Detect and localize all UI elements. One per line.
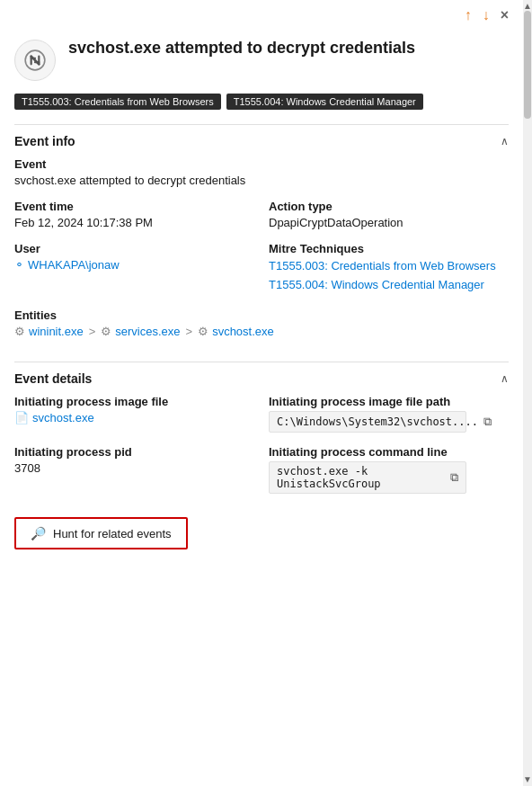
file-path-row: Initiating process image file 📄 svchost.… [14,395,509,433]
event-info-body: Event svchost.exe attempted to decrypt c… [14,157,509,362]
close-button[interactable]: × [501,7,509,23]
entities-field: Entities ⚙ wininit.exe > ⚙ services.exe … [14,308,509,338]
mitre-link-0[interactable]: T1555.003: Credentials from Web Browsers [269,258,509,274]
top-navigation: ↑ ↓ × [0,0,523,27]
event-info-title: Event info [14,134,75,148]
init-file-col: Initiating process image file 📄 svchost.… [14,395,254,433]
copy-cmd-icon[interactable]: ⧉ [450,470,458,485]
entity-svchost-label: svchost.exe [212,325,274,338]
init-path-col: Initiating process image file path C:\Wi… [269,395,509,433]
event-field: Event svchost.exe attempted to decrypt c… [14,157,509,187]
init-cmd-box: svchost.exe -k UnistackSvcGroup ⧉ [269,461,466,494]
hunt-button-label: Hunt for related events [53,527,172,540]
init-pid-value: 3708 [14,461,254,475]
entity-wininit-label: wininit.exe [29,325,84,338]
copy-path-icon[interactable]: ⧉ [483,415,492,429]
scrollbar[interactable]: ▲ ▼ [523,0,532,786]
tag-0: T1555.003: Credentials from Web Browsers [14,94,221,110]
init-cmd-col: Initiating process command line svchost.… [269,445,509,494]
init-pid-label: Initiating process pid [14,445,254,459]
alert-header: svchost.exe attempted to decrypt credent… [14,38,509,81]
entity-wininit[interactable]: ⚙ wininit.exe [14,325,84,338]
entity-services[interactable]: ⚙ services.exe [101,325,180,338]
event-details-title: Event details [14,371,92,386]
entities-label: Entities [14,308,509,322]
pid-cmd-row: Initiating process pid 3708 Initiating p… [14,445,509,494]
event-details-body: Initiating process image file 📄 svchost.… [14,395,509,560]
user-label: User [14,242,254,255]
init-file-link[interactable]: 📄 svchost.exe [14,411,254,424]
scroll-down-arrow[interactable]: ▼ [523,773,532,786]
event-time-value: Feb 12, 2024 10:17:38 PM [14,216,254,229]
event-details-toggle[interactable]: Event details ∧ [14,362,509,395]
init-path-label: Initiating process image file path [269,395,509,408]
event-value: svchost.exe attempted to decrypt credent… [14,174,509,187]
user-link[interactable]: ⚬ WHAKAPA\jonaw [14,258,254,272]
event-label: Event [14,157,509,171]
user-col: User ⚬ WHAKAPA\jonaw [14,242,254,296]
event-info-chevron: ∧ [501,135,509,147]
event-info-toggle[interactable]: Event info ∧ [14,125,509,157]
entity-gear-icon-2: ⚙ [198,325,208,338]
event-time-col: Event time Feb 12, 2024 10:17:38 PM [14,200,254,229]
mitre-link-1[interactable]: T1555.004: Windows Credential Manager [269,277,509,293]
event-details-section: Event details ∧ Initiating process image… [14,362,509,560]
file-doc-icon: 📄 [14,411,29,424]
main-panel: svchost.exe attempted to decrypt credent… [0,27,523,575]
init-path-box: C:\Windows\System32\svchost.... ⧉ [269,411,466,433]
tag-1: T1555.004: Windows Credential Manager [226,94,423,110]
event-details-chevron: ∧ [501,372,509,385]
user-value: WHAKAPA\jonaw [28,258,120,272]
hunt-related-events-button[interactable]: 🔎 Hunt for related events [14,517,188,549]
action-type-col: Action type DpapiCryptDataOperation [269,200,509,229]
init-path-value: C:\Windows\System32\svchost.... [277,415,478,428]
entity-sep-0: > [89,325,96,338]
entities-row: ⚙ wininit.exe > ⚙ services.exe > ⚙ svcho… [14,325,509,338]
action-type-value: DpapiCryptDataOperation [269,216,509,229]
hunt-icon: 🔎 [31,526,46,540]
user-mitre-row: User ⚬ WHAKAPA\jonaw Mitre Techniques T1… [14,242,509,296]
event-info-section: Event info ∧ Event svchost.exe attempted… [14,124,509,362]
mitre-tags: T1555.003: Credentials from Web Browsers… [14,94,509,110]
init-cmd-value: svchost.exe -k UnistackSvcGroup [277,465,445,490]
alert-title: svchost.exe attempted to decrypt credent… [68,38,415,58]
entity-svchost[interactable]: ⚙ svchost.exe [198,325,274,338]
scrollbar-thumb[interactable] [524,11,531,119]
init-file-value: svchost.exe [32,411,94,424]
alert-icon [14,40,56,81]
user-icon: ⚬ [14,258,24,272]
event-time-label: Event time [14,200,254,213]
mitre-col: Mitre Techniques T1555.003: Credentials … [269,242,509,296]
event-time-action-row: Event time Feb 12, 2024 10:17:38 PM Acti… [14,200,509,229]
navigate-up-button[interactable]: ↑ [465,7,472,23]
navigate-down-button[interactable]: ↓ [483,7,490,23]
init-file-label: Initiating process image file [14,395,254,408]
entity-services-label: services.exe [115,325,180,338]
init-cmd-label: Initiating process command line [269,445,509,459]
entity-gear-icon-1: ⚙ [101,325,111,338]
entity-sep-1: > [186,325,193,338]
init-pid-col: Initiating process pid 3708 [14,445,254,494]
mitre-label: Mitre Techniques [269,242,509,255]
entity-gear-icon-0: ⚙ [14,325,25,338]
action-type-label: Action type [269,200,509,213]
